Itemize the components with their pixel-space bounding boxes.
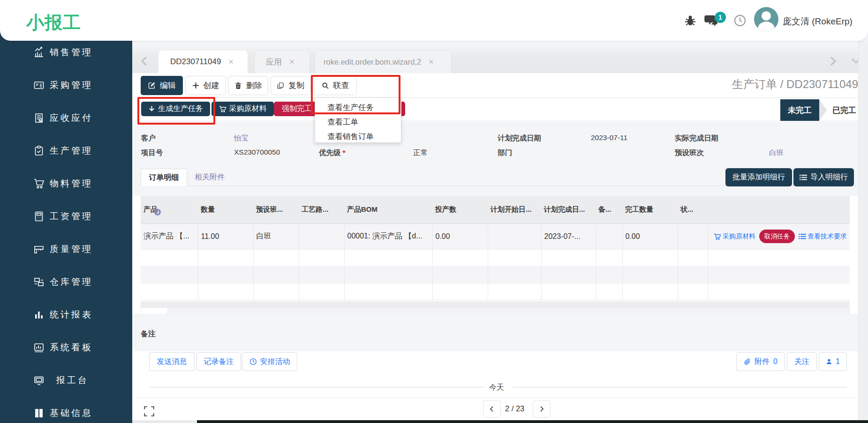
linkview-button[interactable]: 联查 bbox=[314, 76, 357, 95]
tab-attachments[interactable]: 相关附件 bbox=[195, 172, 225, 182]
delete-button[interactable]: 删除 bbox=[228, 76, 268, 95]
menu-item-view-sale-orders[interactable]: 查看销售订单 bbox=[315, 129, 401, 144]
table-row[interactable]: 演示产品 【... 11.00 白班 00001: 演示产品 【d... 0.0… bbox=[141, 223, 850, 249]
col-shift[interactable]: 预设班... bbox=[253, 196, 299, 223]
gear-icon[interactable] bbox=[153, 208, 162, 217]
person-icon bbox=[826, 358, 832, 365]
cell-shift[interactable]: 白班 bbox=[253, 223, 299, 249]
col-product[interactable]: 产品 bbox=[141, 196, 198, 223]
sidebar-item-materials[interactable]: 物料管理 bbox=[0, 173, 132, 194]
cell-state[interactable] bbox=[678, 223, 708, 249]
cell-plan-start[interactable] bbox=[488, 223, 541, 249]
col-bom[interactable]: 产品BOM bbox=[344, 196, 432, 223]
app-logo[interactable]: 小报工 bbox=[26, 11, 81, 35]
activity-clock-icon[interactable] bbox=[733, 0, 747, 41]
shift-value[interactable]: 白班 bbox=[769, 148, 784, 158]
col-remark[interactable]: 备... bbox=[596, 196, 622, 223]
row-tech-req-link[interactable]: 查看技术要求 bbox=[799, 232, 847, 241]
log-note-button[interactable]: 记录备注 bbox=[196, 352, 241, 371]
cell-routing[interactable] bbox=[299, 223, 344, 249]
row-purchase-material-link[interactable]: 采购原材料 bbox=[714, 232, 755, 241]
user-name[interactable]: 庞文清 (RokeErp) bbox=[783, 15, 853, 28]
trash-icon bbox=[234, 82, 242, 89]
cell-remark[interactable] bbox=[596, 223, 622, 249]
attachments-button[interactable]: 附件 0 bbox=[736, 352, 785, 371]
copy-icon bbox=[277, 82, 284, 89]
sidebar-item-receivable[interactable]: 应收应付 bbox=[0, 108, 132, 128]
sidebar-item-workbench[interactable]: 报工台 bbox=[0, 370, 132, 391]
tab-close-icon[interactable]: × bbox=[228, 58, 234, 66]
cell-empty bbox=[596, 283, 622, 300]
col-input-qty[interactable]: 投产数 bbox=[432, 196, 488, 223]
create-button[interactable]: 创建 bbox=[185, 76, 226, 95]
cell-done-qty[interactable]: 0.00 bbox=[622, 223, 678, 249]
import-lines-button[interactable]: 导入明细行 bbox=[793, 168, 854, 186]
sidebar-item-dashboard[interactable]: 系统看板 bbox=[0, 337, 132, 358]
col-plan-finish[interactable]: 计划完成日... bbox=[541, 196, 596, 223]
book-icon bbox=[33, 408, 45, 419]
purchase-material-button[interactable]: 采购原材料 bbox=[211, 102, 274, 116]
menu-item-view-work-orders[interactable]: 查看工单 bbox=[315, 115, 401, 129]
tab-apps[interactable]: 应用 × bbox=[255, 51, 309, 73]
col-plan-start[interactable]: 计划开始日... bbox=[488, 196, 541, 223]
col-quantity[interactable]: 数量 bbox=[198, 196, 253, 223]
row-cancel-task-button[interactable]: 取消任务 bbox=[759, 230, 795, 243]
col-routing[interactable]: 工艺路... bbox=[299, 196, 344, 223]
status-unfinished[interactable]: 未完工 bbox=[780, 99, 819, 121]
debug-bug-icon[interactable] bbox=[684, 0, 697, 41]
duplicate-button[interactable]: 复制 bbox=[271, 76, 310, 95]
cell-input-qty[interactable]: 0.00 bbox=[432, 223, 488, 249]
sidebar-item-payroll[interactable]: 工资管理 bbox=[0, 206, 132, 227]
col-done-qty[interactable]: 完工数量 bbox=[622, 196, 678, 223]
cell-empty bbox=[708, 266, 850, 283]
cell-plan-finish[interactable]: 2023-07-... bbox=[541, 223, 596, 249]
followers-button[interactable]: 1 bbox=[819, 352, 847, 371]
pager-previous-button[interactable] bbox=[483, 400, 501, 418]
cell-bom[interactable]: 00001: 演示产品 【d... bbox=[344, 223, 432, 249]
sidebar-item-quality[interactable]: 质量管理 bbox=[0, 239, 132, 260]
table-horizontal-scrollbar[interactable] bbox=[141, 307, 850, 314]
user-avatar[interactable] bbox=[754, 7, 778, 31]
sidebar-item-sales[interactable]: 销售管理 bbox=[0, 42, 132, 63]
schedule-activity-button[interactable]: 安排活动 bbox=[242, 352, 297, 371]
cell-empty bbox=[622, 283, 678, 300]
tabs-scroll-left-icon[interactable] bbox=[141, 56, 147, 66]
menu-item-view-production-tasks[interactable]: 查看生产任务 bbox=[315, 100, 401, 115]
sidebar-item-warehouse[interactable]: 仓库管理 bbox=[0, 272, 132, 292]
tab-close-icon[interactable]: × bbox=[289, 58, 294, 66]
sidebar-item-reports[interactable]: 统计报表 bbox=[0, 304, 132, 325]
chat-unread-badge: 1 bbox=[715, 12, 726, 23]
scrollbar-gutter[interactable] bbox=[858, 41, 868, 420]
cell-empty bbox=[253, 249, 299, 266]
tab-close-icon[interactable]: × bbox=[429, 58, 434, 66]
send-message-button[interactable]: 发送消息 bbox=[149, 352, 195, 371]
batch-add-lines-button[interactable]: 批量添加明细行 bbox=[725, 168, 792, 186]
col-state[interactable]: 状... bbox=[678, 196, 708, 223]
project-label: 项目号 bbox=[141, 148, 163, 158]
search-icon bbox=[322, 82, 329, 89]
cell-quantity[interactable]: 11.00 bbox=[198, 223, 253, 249]
sidebar-item-production[interactable]: 生产管理 bbox=[0, 141, 132, 161]
tab-wizard[interactable]: roke.edit.order.bom.wizard,2 × bbox=[315, 51, 451, 73]
col-actions bbox=[708, 196, 850, 223]
generate-task-button[interactable]: 生成生产任务 bbox=[141, 102, 210, 116]
tabs-scroll-right-icon[interactable] bbox=[830, 56, 837, 66]
status-finished[interactable]: 已完工 bbox=[827, 99, 856, 121]
customer-value[interactable]: 怡宝 bbox=[234, 134, 249, 143]
follow-button[interactable]: 关注 bbox=[787, 352, 817, 371]
cell-empty bbox=[253, 283, 299, 300]
pager-next-button[interactable] bbox=[533, 400, 551, 418]
cell-product[interactable]: 演示产品 【... bbox=[141, 223, 198, 249]
table-header-row: 产品 数量 预设班... 工艺路... 产品BOM 投产数 计划开始日... 计… bbox=[141, 196, 850, 223]
sidebar-item-purchase[interactable]: 采购管理 bbox=[0, 75, 132, 96]
sidebar-item-label: 系统看板 bbox=[50, 341, 93, 354]
scrollbar-track[interactable] bbox=[167, 308, 849, 314]
scrollbar-thumb[interactable] bbox=[141, 308, 167, 314]
force-finish-button[interactable]: 强制完工 bbox=[274, 102, 320, 116]
sidebar-item-basic-info[interactable]: 基础信息 bbox=[0, 403, 132, 423]
fullscreen-icon[interactable] bbox=[143, 405, 155, 417]
edit-button[interactable]: 编辑 bbox=[141, 76, 183, 95]
linkview-dropdown-menu: 查看生产任务 查看工单 查看销售订单 bbox=[315, 97, 401, 143]
tab-dd230711049[interactable]: DD230711049 × bbox=[159, 51, 248, 73]
tab-order-lines[interactable]: 订单明细 bbox=[141, 169, 187, 186]
